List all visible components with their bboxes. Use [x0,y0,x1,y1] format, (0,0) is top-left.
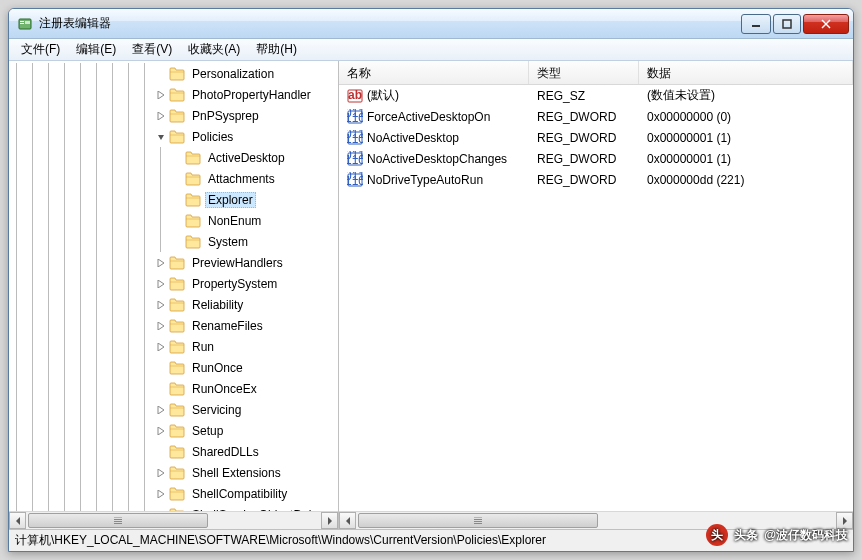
expander-placeholder [171,215,183,227]
menu-edit[interactable]: 编辑(E) [68,39,124,60]
expand-icon[interactable] [155,110,167,122]
close-button[interactable] [803,14,849,34]
expander-placeholder [171,236,183,248]
svg-marker-18 [158,469,164,477]
value-type: REG_DWORD [529,110,639,124]
tree-node[interactable]: Policies [9,126,338,147]
tree-node[interactable]: Reliability [9,294,338,315]
tree-node[interactable]: Servicing [9,399,338,420]
scroll-left-button[interactable] [9,512,26,529]
folder-icon [185,172,201,186]
list-row[interactable]: 011110NoActiveDesktopREG_DWORD0x00000001… [339,127,853,148]
expander-placeholder [155,446,167,458]
svg-marker-15 [158,343,164,351]
expander-placeholder [171,173,183,185]
tree-node[interactable]: RunOnceEx [9,378,338,399]
folder-icon [169,256,185,270]
scroll-right-button[interactable] [836,512,853,529]
list-row[interactable]: 011110ForceActiveDesktopOnREG_DWORD0x000… [339,106,853,127]
expand-icon[interactable] [155,404,167,416]
tree-node[interactable]: Shell Extensions [9,462,338,483]
expand-icon[interactable] [155,299,167,311]
menu-favorites[interactable]: 收藏夹(A) [180,39,248,60]
tree-node[interactable]: ActiveDesktop [9,147,338,168]
value-type: REG_DWORD [529,152,639,166]
tree-pane: PersonalizationPhotoPropertyHandlerPnPSy… [9,61,339,529]
list-header[interactable]: 名称 类型 数据 [339,61,853,85]
tree-node[interactable]: Explorer [9,189,338,210]
folder-icon [169,445,185,459]
svg-text:110: 110 [347,174,363,188]
tree-node-label: RunOnce [189,360,246,376]
folder-icon [185,151,201,165]
tree-node-label: NonEnum [205,213,264,229]
folder-icon [169,67,185,81]
folder-icon [169,403,185,417]
collapse-icon[interactable] [155,131,167,143]
list-row[interactable]: 011110NoDriveTypeAutoRunREG_DWORD0x00000… [339,169,853,190]
svg-rect-3 [25,21,30,24]
tree-node[interactable]: NonEnum [9,210,338,231]
svg-marker-10 [158,135,164,140]
scroll-right-button[interactable] [321,512,338,529]
content-area: PersonalizationPhotoPropertyHandlerPnPSy… [9,61,853,529]
expand-icon[interactable] [155,425,167,437]
tree-view[interactable]: PersonalizationPhotoPropertyHandlerPnPSy… [9,61,338,511]
list-row[interactable]: 011110NoActiveDesktopChangesREG_DWORD0x0… [339,148,853,169]
tree-node-label: Explorer [205,192,256,208]
maximize-button[interactable] [773,14,801,34]
list-view[interactable]: ab(默认)REG_SZ(数值未设置)011110ForceActiveDesk… [339,85,853,511]
tree-node[interactable]: Run [9,336,338,357]
expand-icon[interactable] [155,278,167,290]
menu-view[interactable]: 查看(V) [124,39,180,60]
titlebar[interactable]: 注册表编辑器 [9,9,853,39]
expand-icon[interactable] [155,320,167,332]
tree-node-label: Setup [189,423,226,439]
folder-icon [185,193,201,207]
value-data: 0x00000001 (1) [639,152,853,166]
expand-icon[interactable] [155,257,167,269]
tree-node-label: Servicing [189,402,244,418]
tree-node[interactable]: PhotoPropertyHandler [9,84,338,105]
expand-icon[interactable] [155,89,167,101]
regedit-window: 注册表编辑器 文件(F) 编辑(E) 查看(V) 收藏夹(A) 帮助(H) Pe… [8,8,854,552]
svg-text:110: 110 [347,153,363,167]
col-header-type[interactable]: 类型 [529,61,639,84]
tree-node[interactable]: RenameFiles [9,315,338,336]
menu-file[interactable]: 文件(F) [13,39,68,60]
col-header-data[interactable]: 数据 [639,61,853,84]
list-hscroll[interactable] [339,511,853,529]
tree-node-label: PreviewHandlers [189,255,286,271]
tree-node[interactable]: RunOnce [9,357,338,378]
expander-placeholder [155,362,167,374]
expand-icon[interactable] [155,467,167,479]
tree-node-label: Reliability [189,297,246,313]
reg-binary-icon: 011110 [347,172,363,188]
folder-icon [185,235,201,249]
svg-marker-19 [158,490,164,498]
svg-marker-22 [16,517,20,525]
tree-node[interactable]: Personalization [9,63,338,84]
tree-node[interactable]: PnPSysprep [9,105,338,126]
tree-node[interactable]: SharedDLLs [9,441,338,462]
tree-node[interactable]: PreviewHandlers [9,252,338,273]
svg-marker-8 [158,91,164,99]
minimize-button[interactable] [741,14,771,34]
menu-help[interactable]: 帮助(H) [248,39,305,60]
tree-hscroll[interactable] [9,511,338,529]
expand-icon[interactable] [155,341,167,353]
svg-marker-14 [158,322,164,330]
tree-node[interactable]: PropertySystem [9,273,338,294]
tree-node[interactable]: Attachments [9,168,338,189]
expander-placeholder [155,383,167,395]
expand-icon[interactable] [155,488,167,500]
tree-node[interactable]: Setup [9,420,338,441]
col-header-name[interactable]: 名称 [339,61,529,84]
value-data: 0x000000dd (221) [639,173,853,187]
tree-node[interactable]: ShellServiceObjectDelay [9,504,338,511]
tree-node[interactable]: System [9,231,338,252]
list-row[interactable]: ab(默认)REG_SZ(数值未设置) [339,85,853,106]
scroll-left-button[interactable] [339,512,356,529]
value-type: REG_DWORD [529,173,639,187]
tree-node[interactable]: ShellCompatibility [9,483,338,504]
